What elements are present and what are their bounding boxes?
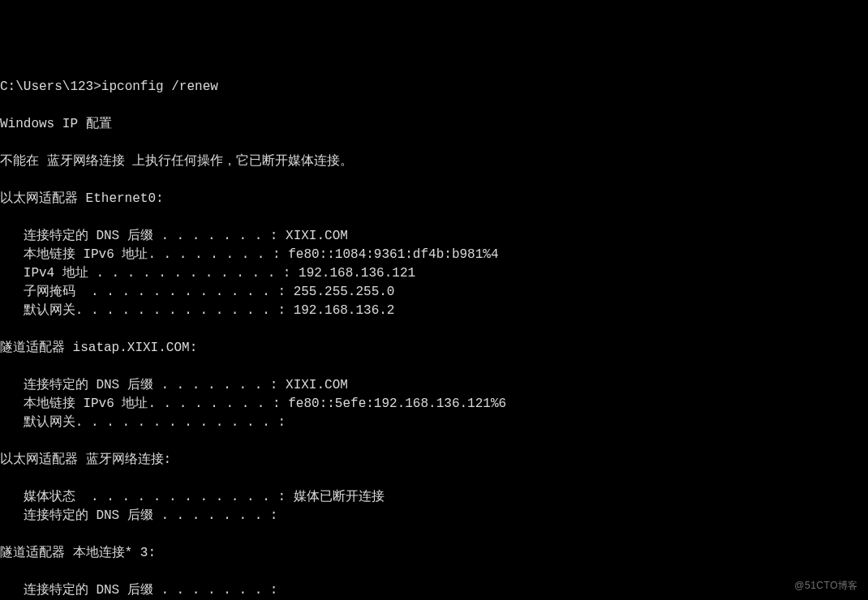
isatap-dns-suffix: 连接特定的 DNS 后缀 . . . . . . . : XIXI.COM xyxy=(0,378,348,392)
ethernet-default-gateway: 默认网关. . . . . . . . . . . . . : 192.168.… xyxy=(0,303,394,318)
local3-adapter-title: 隧道适配器 本地连接* 3: xyxy=(0,546,156,560)
ethernet-subnet-mask: 子网掩码 . . . . . . . . . . . . : 255.255.2… xyxy=(0,285,394,299)
bluetooth-warning-line: 不能在 蓝牙网络连接 上执行任何操作，它已断开媒体连接。 xyxy=(0,154,353,169)
ethernet-link-local-ipv6: 本地链接 IPv6 地址. . . . . . . . : fe80::1084… xyxy=(0,247,498,262)
bluetooth-adapter-title: 以太网适配器 蓝牙网络连接: xyxy=(0,452,171,467)
ip-config-header: Windows IP 配置 xyxy=(0,117,112,131)
watermark-label: @51CTO博客 xyxy=(794,576,858,595)
command-text: ipconfig /renew xyxy=(101,79,218,94)
bluetooth-dns-suffix: 连接特定的 DNS 后缀 . . . . . . . : xyxy=(0,508,277,523)
isatap-adapter-title: 隧道适配器 isatap.XIXI.COM: xyxy=(0,341,197,355)
ethernet-adapter-title: 以太网适配器 Ethernet0: xyxy=(0,191,164,206)
command-line: C:\Users\123>ipconfig /renew xyxy=(0,79,218,94)
ethernet-dns-suffix: 连接特定的 DNS 后缀 . . . . . . . : XIXI.COM xyxy=(0,229,348,243)
terminal-output[interactable]: C:\Users\123>ipconfig /renew Windows IP … xyxy=(0,78,868,600)
isatap-link-local-ipv6: 本地链接 IPv6 地址. . . . . . . . : fe80::5efe… xyxy=(0,396,506,411)
bluetooth-media-state: 媒体状态 . . . . . . . . . . . . : 媒体已断开连接 xyxy=(0,490,385,504)
ethernet-ipv4-address: IPv4 地址 . . . . . . . . . . . . : 192.16… xyxy=(0,266,415,281)
prompt: C:\Users\123> xyxy=(0,79,101,94)
local3-dns-suffix: 连接特定的 DNS 后缀 . . . . . . . : xyxy=(0,583,277,598)
isatap-default-gateway: 默认网关. . . . . . . . . . . . . : xyxy=(0,415,286,430)
